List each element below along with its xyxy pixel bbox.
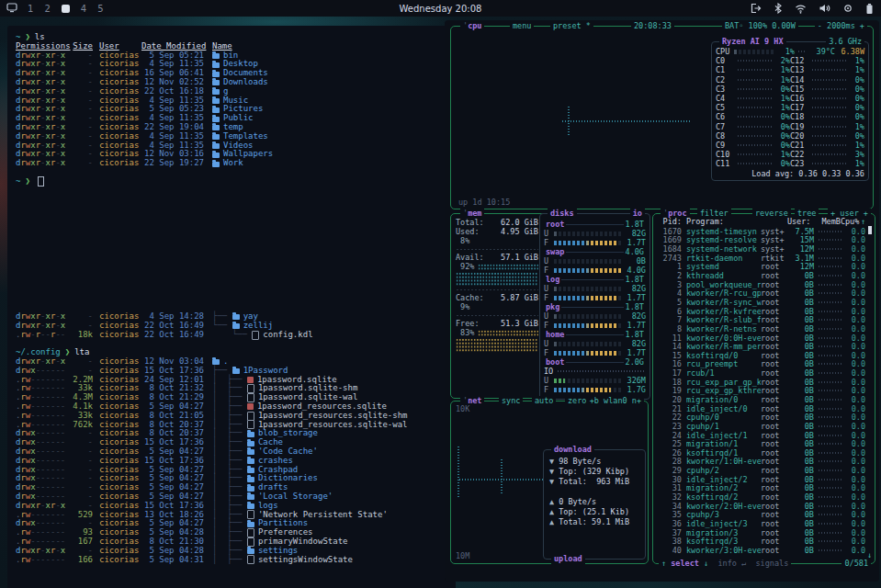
terminal-cursor[interactable] (38, 176, 44, 187)
process-row[interactable]: 17rcub/1root0B0.0 (658, 368, 865, 378)
file-permissions: .rw-r--r-- (16, 331, 71, 340)
header-program[interactable]: Program: (686, 217, 787, 226)
folder-icon (212, 53, 220, 59)
process-row[interactable]: 38ksoftirqd/3root0B0.0 (658, 537, 865, 546)
process-row[interactable]: 29cpuhp/2root0B0.0 (658, 466, 865, 475)
disks-io-toggle[interactable]: io (630, 209, 645, 219)
cpu-core-row: C30%C150% (716, 85, 864, 94)
header-user[interactable]: User: (787, 217, 817, 226)
process-row[interactable]: 6kworker/R-kvfreeroot0B0.0 (658, 307, 865, 316)
menu-button[interactable]: menu (510, 21, 534, 31)
process-row[interactable]: 28kworker/1:0H-everoot0B0.0 (658, 458, 865, 467)
proc-scrollbar-thumb[interactable] (868, 226, 872, 234)
process-row[interactable]: 1systemdroot12M0.0 (658, 263, 865, 272)
disk-name-row: pkg1.8T (544, 302, 646, 311)
upload-stat: ▲ 0 Byte/s (549, 497, 641, 507)
process-row[interactable]: 21idle_inject/0root0B0.0 (658, 404, 865, 413)
cpu-core-row: C101%C223% (716, 150, 864, 159)
file-name: │ ├── settingsWindowState (212, 555, 353, 564)
process-row[interactable]: 22cpuhp/0root0B0.0 (658, 413, 865, 422)
process-row[interactable]: 30idle_inject/2root0B0.0 (658, 475, 865, 484)
disk-free-row: F1.7G (544, 385, 646, 394)
process-row[interactable]: 3pool_workqueue_rroot0B0.0 (658, 280, 865, 289)
process-row[interactable]: 31migration/2root0B0.0 (658, 484, 865, 493)
folder-icon (212, 143, 220, 149)
header-mem[interactable]: MemB (817, 217, 841, 226)
folder-icon (212, 98, 220, 104)
wifi-icon[interactable] (795, 4, 807, 14)
settings-icon[interactable] (842, 3, 853, 14)
refresh-interval-control[interactable]: - 2000ms + (815, 21, 867, 31)
mem-stat-row: Used:4.95 GiB (456, 227, 538, 236)
process-row[interactable]: 15ksoftirqd/0root0B0.0 (658, 351, 865, 360)
process-row[interactable]: 24idle_inject/1root0B0.0 (658, 431, 865, 440)
process-row[interactable]: 2743rtkit-daemonrtkit3.1M0.0 (658, 254, 865, 263)
file-icon (247, 528, 254, 537)
folder-icon (247, 449, 254, 455)
disk-used-row: U82G (544, 284, 646, 293)
cpu-core-row: C21%C140% (716, 75, 864, 85)
cpu-core-row: C60%C180% (716, 112, 864, 121)
process-row[interactable]: 8kworker/R-netnsroot0B0.0 (658, 324, 865, 334)
process-row[interactable]: 11kworker/0:0H-everoot0B0.0 (658, 334, 865, 343)
net-box: 'netsyncautozero+b wlan0 n+10K10Mdownloa… (450, 401, 649, 564)
folder-icon (212, 62, 220, 68)
volume-icon[interactable] (819, 3, 830, 14)
process-row[interactable]: 1669systemd-resolvesyst+15M0.0 (658, 236, 865, 245)
process-row[interactable]: 19rcu_exp_gp_kthreroot0B0.0 (658, 387, 865, 396)
process-row[interactable]: 40kworker/3:0H-everoot0B0.0 (658, 546, 865, 555)
signals-control[interactable]: signals (755, 559, 788, 568)
tree-branch: │ ├── (212, 556, 247, 565)
process-row[interactable]: 25migration/1root0B0.0 (658, 439, 865, 448)
download-stat: ▼ Top: (329 Kibp) (549, 467, 641, 477)
process-row[interactable]: 20migration/0root0B0.0 (658, 395, 865, 404)
process-row[interactable]: 23cpuhp/1root0B0.0 (658, 422, 865, 431)
cpu-core-row: C110%C231% (716, 159, 864, 168)
bluetooth-icon[interactable] (774, 3, 783, 14)
process-row[interactable]: 18rcu_exp_par_gp_kroot0B0.0 (658, 378, 865, 387)
process-row[interactable]: 32ksoftirqd/2root0B0.0 (658, 492, 865, 502)
process-row[interactable]: 16rcu_preemptroot0B0.0 (658, 360, 865, 369)
net-button-auto[interactable]: auto (532, 396, 556, 406)
btop-window[interactable]: 'cpumenupreset *20:08:33BAT◦ 100% 0.00W-… (445, 20, 879, 582)
terminal-window-tree[interactable]: drwxr-xr-x-cicorias4 Sep 14:28├── yaydrw… (7, 305, 456, 588)
disk-used-row: U82G (544, 229, 646, 238)
terminal-window-ls[interactable]: ~❯lsPermissionsSizeUserDate ModifiedName… (7, 26, 456, 309)
header-cpu[interactable]: Cpu% (841, 217, 861, 226)
process-row[interactable]: 7kworker/R-slub_froot0B0.0 (658, 315, 865, 324)
file-icon (247, 510, 254, 519)
cpu-box: 'cpumenupreset *20:08:33BAT◦ 100% 0.00W-… (450, 26, 874, 209)
folder-icon (212, 107, 220, 113)
net-button-sync[interactable]: sync (499, 396, 523, 406)
process-row[interactable]: 1670systemd-timesynsyst+7.5M0.0 (658, 227, 865, 236)
process-row[interactable]: 5kworker/R-sync_wroot0B0.0 (658, 298, 865, 307)
file-size: 18k (71, 331, 93, 340)
desktop: 1245 Wednesday 20:08 ~❯lsPermissionsSize… (0, 0, 881, 588)
net-scale-bottom: 10M (456, 551, 469, 560)
process-row[interactable]: 36idle_inject/3root0B0.0 (658, 519, 865, 528)
process-row[interactable]: 2kthreaddroot0B0.0 (658, 271, 865, 280)
process-row[interactable]: 14kworker/R-mm_perroot0B0.0 (658, 342, 865, 351)
process-row[interactable]: 34kworker/2:0H-everoot0B0.0 (658, 502, 865, 511)
process-row[interactable]: 4kworker/R-rcu_gproot0B0.0 (658, 288, 865, 298)
cpu-box-title: 'cpu (460, 21, 484, 31)
process-row[interactable]: 1684systemd-networksyst+12M0.0 (658, 244, 865, 254)
process-row[interactable]: 35cpuhp/3root0B0.0 (658, 511, 865, 520)
shell-prompt[interactable]: ~/.config❯lta (16, 348, 447, 357)
header-pid[interactable]: Pid: (658, 217, 682, 226)
logout-icon[interactable] (750, 3, 762, 14)
shell-prompt[interactable]: ~❯ (16, 177, 447, 187)
process-row[interactable]: 37migration/3root0B0.0 (658, 528, 865, 537)
battery-icon[interactable] (865, 3, 874, 15)
select-control[interactable]: ↑ select ↓ (661, 559, 708, 568)
mem-stat-pct: 92% (456, 262, 538, 271)
net-button-iface[interactable]: +b wlan0 n+ (587, 396, 644, 406)
net-button-zero[interactable]: zero (565, 396, 589, 406)
process-row[interactable]: 26ksoftirqd/1root0B0.0 (658, 448, 865, 458)
cpu-core-row: C02%C121% (716, 56, 864, 65)
info-control[interactable]: info ↵ (717, 559, 746, 568)
cpu-graph-spike (568, 106, 570, 137)
mem-fill-graph (456, 338, 538, 352)
disk-name-row: home1.8T (544, 330, 646, 339)
preset-button[interactable]: preset * (550, 21, 593, 31)
